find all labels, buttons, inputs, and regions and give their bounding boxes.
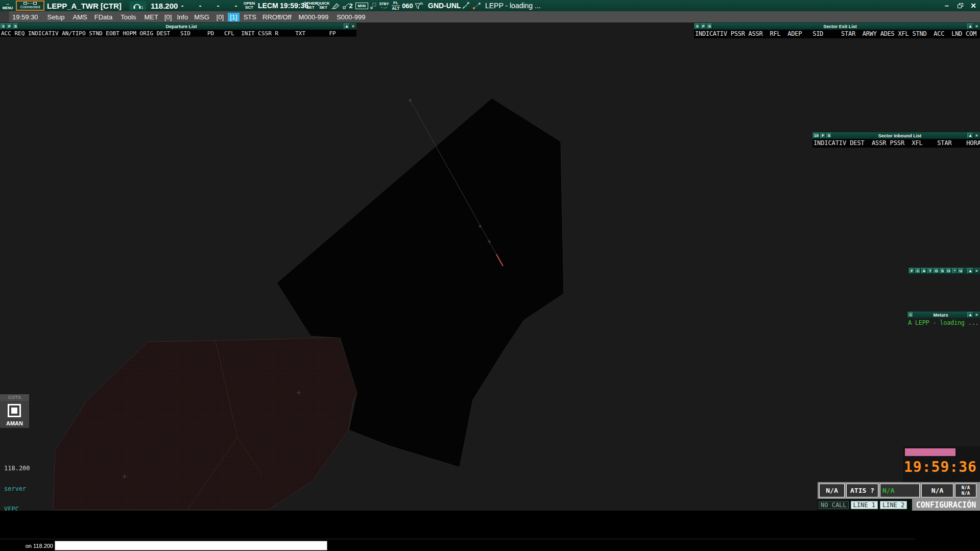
info-status-cell[interactable]: N/A [921,484,953,497]
dotted-square-icon [370,3,377,9]
menu-tools[interactable]: Tools [121,13,136,21]
menu-msg[interactable]: MSG [194,13,209,21]
aman-icon[interactable] [8,404,21,417]
sector-inbound-close-button[interactable]: ✕ [974,133,979,138]
departure-list-column-headers: ACC REQ INDICATIV AN/TIPO STND EOBT HOPM… [0,30,356,37]
metars-c-button[interactable]: C [908,312,914,318]
quick-set-button[interactable]: QUICK SET [317,0,329,11]
chat-close-button[interactable]: ✕ [974,268,979,274]
atis-status-row: N/A ATIS ? N/A N/A N/A N/A [818,482,980,499]
chat-button-g[interactable]: G [934,268,939,274]
route-display-button[interactable] [461,0,470,11]
sector-exit-sort-button[interactable]: S [707,23,712,29]
menu-setup[interactable]: Setup [47,13,65,21]
menu-sts[interactable]: STS [244,13,256,21]
sector-inbound-lines-button[interactable]: 10 [813,133,820,138]
chat-button-o[interactable]: O [946,268,951,274]
line1-button[interactable]: LINE 1 [851,501,878,509]
history-minutes-button[interactable]: MIN [355,3,368,9]
radio-text-input[interactable] [55,541,327,550]
altitude-filter-button[interactable]: FL [414,0,424,11]
menu-info[interactable]: Info [177,13,188,21]
sector-inbound-sort-button[interactable]: S [826,133,832,138]
dotted-target-button[interactable] [370,0,377,11]
eraser-tool-button[interactable] [330,0,341,11]
cots-aman-panel: COTS AMAN [0,394,29,428]
frequency-slot-button[interactable]: - [195,0,206,11]
sector-exit-collapse-button[interactable]: ▲ [967,23,973,29]
stby-mode-button[interactable]: STBY ·→▫ [378,0,390,11]
departure-list-titlebar[interactable]: 0 F S Departure List ▲ ✕ [0,23,356,30]
departure-list-lines-button[interactable]: 0 [1,23,6,29]
menu-met[interactable]: MET [145,13,158,21]
sector-exit-list-titlebar[interactable]: 0 F S Sector Exit List ▲ ✕ [694,23,980,30]
controller-callsign: LEPP_A_TWR [CTR] [47,0,122,11]
menu-button[interactable]: ↔ MENU [0,0,15,11]
dual-status-cell[interactable]: N/A N/A [955,484,976,497]
restore-button[interactable] [954,0,966,11]
sector-exit-filter-button[interactable]: F [701,23,706,29]
svg-text:FL: FL [420,2,423,5]
sector-inbound-list-titlebar[interactable]: 10 F S Sector Inbound List ▲ ✕ [812,132,980,139]
sector-inbound-collapse-button[interactable]: ▲ [967,133,973,138]
menu-msg-unread-badge[interactable]: [1] [228,13,239,21]
primary-frequency[interactable]: 118.200 [151,0,178,11]
departure-list-filter-button[interactable]: F [7,23,12,29]
frequency-slot-button[interactable]: - [230,0,242,11]
close-button[interactable]: ✕ [968,0,979,11]
radar-scope[interactable] [0,22,980,511]
menu-rroff[interactable]: RROff/Off [262,13,292,21]
atis-query-button[interactable]: ATIS ? [846,484,878,497]
chat-button-t[interactable]: T [927,268,933,274]
metars-close-button[interactable]: ✕ [974,312,979,318]
menu-met-count[interactable]: [0] [164,13,172,21]
minimize-button[interactable]: – [941,0,952,11]
other-set-button[interactable]: OTHER SET [304,0,317,11]
altitude-filter-range[interactable]: GND-UNL [428,0,461,11]
metars-content: A LEPP - loading ... [907,318,980,327]
connection-status-button[interactable]: Connected [16,1,44,11]
headset-button[interactable]: 1 [129,1,147,10]
departure-list-close-button[interactable]: ✕ [350,23,356,29]
menu-squawk-range[interactable]: S000-999 [337,13,365,21]
metars-collapse-button[interactable]: ▲ [967,312,973,318]
sector-inbound-filter-button[interactable]: F [820,133,826,138]
sector-inbound-list-window: 10 F S Sector Inbound List ▲ ✕ INDICATIV… [812,132,980,148]
active-sector-file[interactable]: LECM [258,0,278,11]
menu-ams[interactable]: AMS [73,13,87,21]
track-history-count[interactable]: 2 [348,0,354,11]
status-message: LEPP - loading ... [485,0,541,11]
transition-altitude-value[interactable]: 060 [401,0,414,11]
connection-status-label: Connected [20,5,40,9]
atis-letter-cell[interactable]: N/A [880,484,920,497]
chat-button-f[interactable]: F [909,268,915,274]
chat-collapse-button[interactable]: ▲ [967,268,973,274]
metars-titlebar[interactable]: C Metars ▲ ✕ [907,312,980,318]
route-plan-button[interactable] [472,0,482,11]
frequency-slot-button[interactable]: - [212,0,224,11]
chat-toolbar-titlebar[interactable]: F C A T G S O * U ▲ ✕ [909,268,980,274]
chat-button-star[interactable]: * [952,268,958,274]
open-sct-button[interactable]: OPEN SCT [242,0,256,11]
stby-arrow: ·→▫ [381,6,387,9]
chat-button-a[interactable]: A [921,268,927,274]
chat-button-s[interactable]: S [940,268,945,274]
chat-button-c[interactable]: C [915,268,921,274]
metars-window: C Metars ▲ ✕ A LEPP - loading ... [907,312,980,327]
menu-mode-range[interactable]: M000-999 [299,13,329,21]
configuration-button[interactable]: CONFIGURACIÓN [912,499,980,511]
menu-fdata[interactable]: FData [94,13,112,21]
window-titlebar: ↔ MENU Connected LEPP_A_TWR [CTR] 1 118.… [0,0,980,11]
fl-alt-toggle-button[interactable]: FL ALT [391,0,401,11]
sector-exit-lines-button[interactable]: 0 [695,23,700,29]
line2-button[interactable]: LINE 2 [880,501,907,509]
menu-msg-count[interactable]: [0] [217,13,224,21]
sector-exit-close-button[interactable]: ✕ [974,23,979,29]
quick-set-line2: SET [319,6,327,10]
departure-list-collapse-button[interactable]: ▲ [344,23,350,29]
frequency-slot-button[interactable]: - [177,0,188,11]
metar-status-cell[interactable]: N/A [819,484,845,497]
chat-button-u[interactable]: U [958,268,964,274]
telephony-row: NO CALL LINE 1 LINE 2 CONFIGURACIÓN [818,499,980,511]
departure-list-sort-button[interactable]: S [13,23,18,29]
